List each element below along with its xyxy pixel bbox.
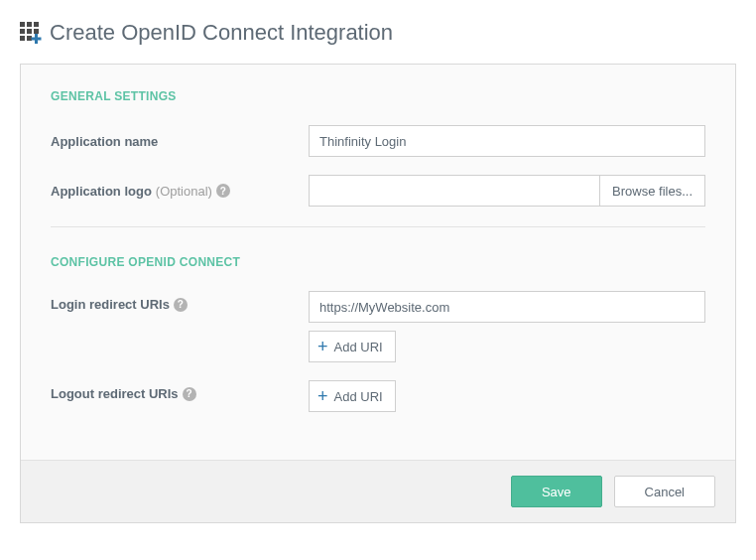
app-logo-row: Application logo (Optional) ? Browse fil… — [51, 175, 705, 207]
app-logo-label: Application logo (Optional) ? — [51, 184, 309, 199]
svg-rect-4 — [27, 29, 32, 34]
card-body: GENERAL SETTINGS Application name Applic… — [21, 65, 735, 460]
svg-rect-9 — [32, 38, 42, 41]
login-uri-label-text: Login redirect URIs — [51, 297, 170, 312]
login-uri-field-col: + Add URI — [309, 291, 705, 362]
card-footer: Save Cancel — [21, 460, 735, 522]
file-input-group: Browse files... — [309, 175, 705, 207]
logout-uri-field-col: + Add URI — [309, 380, 705, 412]
logout-uri-label-text: Logout redirect URIs — [51, 386, 179, 401]
form-card: GENERAL SETTINGS Application name Applic… — [20, 64, 736, 523]
add-login-uri-button[interactable]: + Add URI — [309, 331, 396, 362]
app-name-label-text: Application name — [51, 134, 158, 149]
svg-rect-1 — [27, 22, 32, 27]
app-name-field-col — [309, 125, 705, 157]
plus-icon: + — [317, 338, 328, 355]
svg-rect-0 — [20, 22, 25, 27]
general-section-title: GENERAL SETTINGS — [51, 89, 705, 103]
plus-icon: + — [317, 387, 328, 405]
save-button[interactable]: Save — [511, 476, 602, 507]
add-uri-label: Add URI — [334, 340, 383, 354]
cancel-button[interactable]: Cancel — [614, 476, 715, 507]
app-grid-plus-icon — [20, 22, 42, 44]
oidc-section-title: CONFIGURE OPENID CONNECT — [51, 255, 705, 269]
help-icon[interactable]: ? — [183, 387, 196, 401]
login-redirect-uri-input[interactable] — [309, 291, 705, 323]
app-name-input[interactable] — [309, 125, 705, 157]
app-logo-field-col: Browse files... — [309, 175, 705, 207]
page-title: Create OpenID Connect Integration — [50, 20, 393, 46]
page-header: Create OpenID Connect Integration — [20, 20, 736, 46]
app-name-label: Application name — [51, 134, 309, 149]
svg-rect-7 — [27, 36, 32, 41]
browse-files-button[interactable]: Browse files... — [599, 175, 705, 207]
svg-rect-3 — [20, 29, 25, 34]
app-name-row: Application name — [51, 125, 705, 157]
login-uri-row: Login redirect URIs ? + Add URI — [51, 291, 705, 362]
logout-uri-row: Logout redirect URIs ? + Add URI — [51, 380, 705, 412]
svg-rect-2 — [34, 22, 39, 27]
logout-uri-label: Logout redirect URIs ? — [51, 380, 309, 401]
add-uri-label: Add URI — [334, 389, 383, 404]
add-logout-uri-button[interactable]: + Add URI — [309, 380, 396, 412]
svg-rect-6 — [20, 36, 25, 41]
section-divider — [51, 226, 705, 227]
svg-rect-5 — [34, 29, 39, 34]
login-uri-label: Login redirect URIs ? — [51, 291, 309, 312]
app-logo-file-display — [309, 175, 599, 207]
help-icon[interactable]: ? — [216, 184, 230, 198]
app-logo-label-text: Application logo — [51, 184, 152, 199]
help-icon[interactable]: ? — [174, 298, 188, 312]
app-logo-optional-text: (Optional) — [156, 184, 212, 199]
